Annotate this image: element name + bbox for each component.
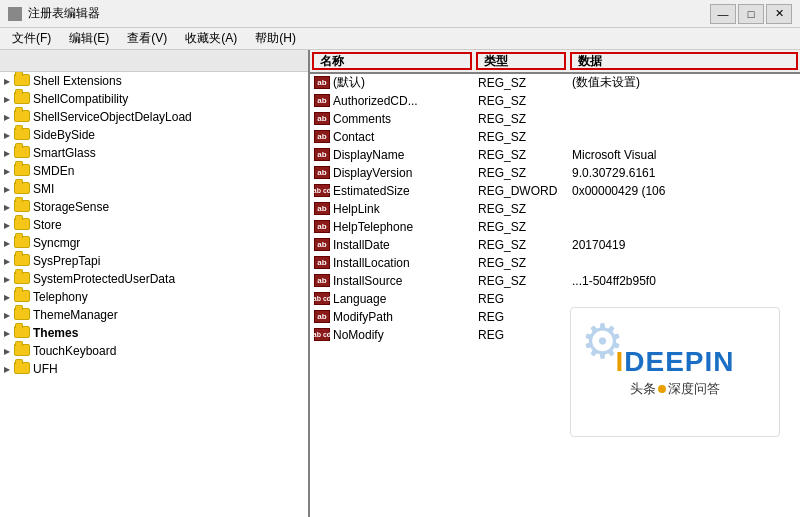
tree-item[interactable]: ▶Shell Extensions: [0, 72, 308, 90]
table-body[interactable]: ab(默认)REG_SZ(数值未设置)abAuthorizedCD...REG_…: [310, 74, 800, 517]
minimize-button[interactable]: —: [710, 4, 736, 24]
expand-arrow-icon[interactable]: ▶: [4, 365, 14, 374]
tree-item-label: ShellCompatibility: [33, 92, 128, 106]
title-bar: 注册表编辑器 — □ ✕: [0, 0, 800, 28]
expand-arrow-icon[interactable]: ▶: [4, 329, 14, 338]
table-row[interactable]: abInstallLocationREG_SZ: [310, 254, 800, 272]
tree-item[interactable]: ▶SMI: [0, 180, 308, 198]
tree-item[interactable]: ▶UFH: [0, 360, 308, 378]
table-row[interactable]: abHelpLinkREG_SZ: [310, 200, 800, 218]
folder-icon: [14, 362, 30, 376]
menu-item-favorites-menu[interactable]: 收藏夹(A): [177, 28, 245, 49]
tree-item[interactable]: ▶Store: [0, 216, 308, 234]
tree-item-label: SMI: [33, 182, 54, 196]
value-name: HelpLink: [333, 202, 380, 216]
cell-type: REG_DWORD: [474, 184, 568, 198]
value-name: EstimatedSize: [333, 184, 410, 198]
expand-arrow-icon[interactable]: ▶: [4, 275, 14, 284]
table-row[interactable]: abInstallDateREG_SZ20170419: [310, 236, 800, 254]
folder-icon: [14, 146, 30, 160]
tree-item[interactable]: ▶Themes: [0, 324, 308, 342]
table-row[interactable]: abContactREG_SZ: [310, 128, 800, 146]
tree-item[interactable]: ▶TouchKeyboard: [0, 342, 308, 360]
value-name: InstallDate: [333, 238, 390, 252]
value-name: Language: [333, 292, 386, 306]
table-row[interactable]: abHelpTelephoneREG_SZ: [310, 218, 800, 236]
cell-name: abContact: [310, 130, 474, 144]
tree-item[interactable]: ▶StorageSense: [0, 198, 308, 216]
cell-name: abHelpTelephone: [310, 220, 474, 234]
tree-item[interactable]: ▶SysPrepTapi: [0, 252, 308, 270]
tree-item[interactable]: ▶SideBySide: [0, 126, 308, 144]
cell-type: REG_SZ: [474, 94, 568, 108]
expand-arrow-icon[interactable]: ▶: [4, 293, 14, 302]
value-name: InstallLocation: [333, 256, 410, 270]
value-type-icon: ab cd: [314, 184, 330, 197]
window-controls: — □ ✕: [710, 4, 792, 24]
tree-item[interactable]: ▶ShellCompatibility: [0, 90, 308, 108]
folder-icon: [14, 236, 30, 250]
cell-type: REG_SZ: [474, 76, 568, 90]
expand-arrow-icon[interactable]: ▶: [4, 185, 14, 194]
cell-data: ...1-504ff2b95f0: [568, 274, 800, 288]
table-row[interactable]: abInstallSourceREG_SZ...1-504ff2b95f0: [310, 272, 800, 290]
menu-item-help-menu[interactable]: 帮助(H): [247, 28, 304, 49]
value-name: DisplayName: [333, 148, 404, 162]
tree-item[interactable]: ▶ShellServiceObjectDelayLoad: [0, 108, 308, 126]
expand-arrow-icon[interactable]: ▶: [4, 347, 14, 356]
expand-arrow-icon[interactable]: ▶: [4, 311, 14, 320]
menu-item-view-menu[interactable]: 查看(V): [119, 28, 175, 49]
value-type-icon: ab: [314, 166, 330, 179]
table-row[interactable]: ab(默认)REG_SZ(数值未设置): [310, 74, 800, 92]
expand-arrow-icon[interactable]: ▶: [4, 149, 14, 158]
value-type-icon: ab: [314, 130, 330, 143]
expand-arrow-icon[interactable]: ▶: [4, 203, 14, 212]
table-row[interactable]: ab cdLanguageREG: [310, 290, 800, 308]
expand-arrow-icon[interactable]: ▶: [4, 221, 14, 230]
value-name: InstallSource: [333, 274, 402, 288]
folder-icon: [14, 326, 30, 340]
title-bar-left: 注册表编辑器: [8, 5, 100, 22]
expand-arrow-icon[interactable]: ▶: [4, 77, 14, 86]
tree-item[interactable]: ▶ThemeManager: [0, 306, 308, 324]
cell-name: abDisplayVersion: [310, 166, 474, 180]
watermark-subtitle: 头条深度问答: [630, 380, 720, 398]
cell-type: REG_SZ: [474, 130, 568, 144]
tree-item[interactable]: ▶SystemProtectedUserData: [0, 270, 308, 288]
expand-arrow-icon[interactable]: ▶: [4, 257, 14, 266]
expand-arrow-icon[interactable]: ▶: [4, 95, 14, 104]
tree-item-label: SysPrepTapi: [33, 254, 100, 268]
table-row[interactable]: abAuthorizedCD...REG_SZ: [310, 92, 800, 110]
maximize-button[interactable]: □: [738, 4, 764, 24]
tree-content[interactable]: ▶Shell Extensions▶ShellCompatibility▶She…: [0, 72, 308, 517]
tree-item-label: Themes: [33, 326, 78, 340]
tree-item[interactable]: ▶SmartGlass: [0, 144, 308, 162]
value-type-icon: ab: [314, 220, 330, 233]
menu-item-file-menu[interactable]: 文件(F): [4, 28, 59, 49]
folder-icon: [14, 218, 30, 232]
folder-icon: [14, 92, 30, 106]
expand-arrow-icon[interactable]: ▶: [4, 113, 14, 122]
expand-arrow-icon[interactable]: ▶: [4, 239, 14, 248]
tree-item[interactable]: ▶SMDEn: [0, 162, 308, 180]
folder-icon: [14, 308, 30, 322]
folder-icon: [14, 290, 30, 304]
value-name: NoModify: [333, 328, 384, 342]
menu-item-edit-menu[interactable]: 编辑(E): [61, 28, 117, 49]
table-row[interactable]: abCommentsREG_SZ: [310, 110, 800, 128]
table-row[interactable]: ab cdEstimatedSizeREG_DWORD0x00000429 (1…: [310, 182, 800, 200]
expand-arrow-icon[interactable]: ▶: [4, 167, 14, 176]
table-row[interactable]: abDisplayNameREG_SZMicrosoft Visual: [310, 146, 800, 164]
value-type-icon: ab: [314, 112, 330, 125]
cell-name: ab cdEstimatedSize: [310, 184, 474, 198]
table-row[interactable]: abDisplayVersionREG_SZ9.0.30729.6161: [310, 164, 800, 182]
app-icon: [8, 7, 22, 21]
cell-name: abInstallLocation: [310, 256, 474, 270]
value-name: Comments: [333, 112, 391, 126]
expand-arrow-icon[interactable]: ▶: [4, 131, 14, 140]
value-type-icon: ab: [314, 274, 330, 287]
tree-item[interactable]: ▶Telephony: [0, 288, 308, 306]
tree-item[interactable]: ▶Syncmgr: [0, 234, 308, 252]
cell-name: abInstallSource: [310, 274, 474, 288]
close-button[interactable]: ✕: [766, 4, 792, 24]
